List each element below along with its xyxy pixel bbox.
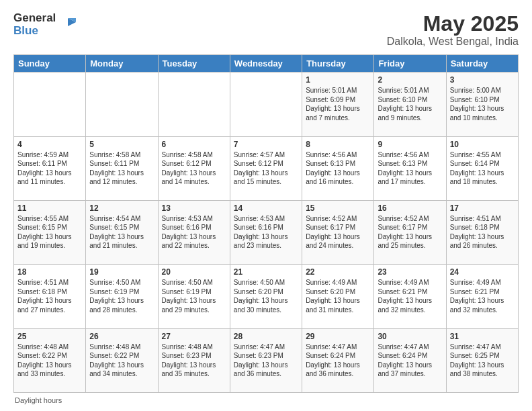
day-cell-0-6: 3Sunrise: 5:00 AM Sunset: 6:10 PM Daylig… bbox=[446, 73, 518, 136]
day-info: Sunrise: 4:49 AM Sunset: 6:21 PM Dayligh… bbox=[378, 278, 442, 314]
day-cell-1-1: 5Sunrise: 4:58 AM Sunset: 6:11 PM Daylig… bbox=[86, 136, 158, 200]
day-cell-0-0 bbox=[14, 73, 86, 136]
day-number: 27 bbox=[162, 332, 226, 341]
logo: General Blue bbox=[13, 12, 77, 37]
day-number: 7 bbox=[234, 140, 298, 149]
day-cell-4-0: 25Sunrise: 4:48 AM Sunset: 6:22 PM Dayli… bbox=[14, 328, 86, 392]
day-cell-2-6: 17Sunrise: 4:51 AM Sunset: 6:18 PM Dayli… bbox=[446, 200, 518, 264]
day-cell-1-0: 4Sunrise: 4:59 AM Sunset: 6:11 PM Daylig… bbox=[14, 136, 86, 200]
logo-general: General bbox=[13, 12, 56, 25]
week-row-1: 1Sunrise: 5:01 AM Sunset: 6:09 PM Daylig… bbox=[14, 73, 519, 136]
logo-flag-icon bbox=[58, 15, 77, 34]
day-info: Sunrise: 4:47 AM Sunset: 6:25 PM Dayligh… bbox=[450, 342, 515, 379]
day-cell-3-0: 18Sunrise: 4:51 AM Sunset: 6:18 PM Dayli… bbox=[14, 265, 86, 328]
day-cell-3-5: 23Sunrise: 4:49 AM Sunset: 6:21 PM Dayli… bbox=[374, 265, 446, 328]
header-saturday: Saturday bbox=[446, 55, 518, 73]
day-number: 1 bbox=[306, 75, 370, 85]
header-tuesday: Tuesday bbox=[158, 55, 230, 73]
header-monday: Monday bbox=[86, 55, 158, 73]
day-info: Sunrise: 4:55 AM Sunset: 6:14 PM Dayligh… bbox=[450, 150, 515, 187]
day-info: Sunrise: 4:53 AM Sunset: 6:16 PM Dayligh… bbox=[234, 214, 298, 250]
week-row-5: 25Sunrise: 4:48 AM Sunset: 6:22 PM Dayli… bbox=[14, 328, 519, 392]
day-info: Sunrise: 4:48 AM Sunset: 6:22 PM Dayligh… bbox=[17, 342, 82, 379]
day-number: 14 bbox=[234, 203, 298, 213]
day-cell-2-4: 15Sunrise: 4:52 AM Sunset: 6:17 PM Dayli… bbox=[302, 200, 374, 264]
day-cell-0-5: 2Sunrise: 5:01 AM Sunset: 6:10 PM Daylig… bbox=[374, 73, 446, 136]
header-friday: Friday bbox=[374, 55, 446, 73]
title-block: May 2025 Dalkola, West Bengal, India bbox=[387, 12, 519, 48]
day-cell-2-5: 16Sunrise: 4:52 AM Sunset: 6:17 PM Dayli… bbox=[374, 200, 446, 264]
day-number: 31 bbox=[450, 332, 515, 341]
day-number: 10 bbox=[450, 140, 515, 149]
day-number: 24 bbox=[450, 267, 515, 277]
day-number: 30 bbox=[378, 332, 442, 341]
day-number: 3 bbox=[450, 75, 515, 85]
day-info: Sunrise: 4:50 AM Sunset: 6:19 PM Dayligh… bbox=[89, 278, 154, 314]
week-row-3: 11Sunrise: 4:55 AM Sunset: 6:15 PM Dayli… bbox=[14, 200, 519, 264]
week-row-2: 4Sunrise: 4:59 AM Sunset: 6:11 PM Daylig… bbox=[14, 136, 519, 200]
logo-blue: Blue bbox=[13, 25, 56, 38]
day-info: Sunrise: 4:51 AM Sunset: 6:18 PM Dayligh… bbox=[450, 214, 515, 250]
day-info: Sunrise: 5:00 AM Sunset: 6:10 PM Dayligh… bbox=[450, 86, 515, 122]
day-number: 16 bbox=[378, 203, 442, 213]
day-cell-4-5: 30Sunrise: 4:47 AM Sunset: 6:24 PM Dayli… bbox=[374, 328, 446, 392]
day-number: 19 bbox=[89, 267, 154, 277]
day-info: Sunrise: 4:51 AM Sunset: 6:18 PM Dayligh… bbox=[17, 278, 82, 314]
day-number: 29 bbox=[306, 332, 370, 341]
day-cell-1-6: 10Sunrise: 4:55 AM Sunset: 6:14 PM Dayli… bbox=[446, 136, 518, 200]
day-info: Sunrise: 4:49 AM Sunset: 6:20 PM Dayligh… bbox=[306, 278, 370, 314]
day-cell-4-1: 26Sunrise: 4:48 AM Sunset: 6:22 PM Dayli… bbox=[86, 328, 158, 392]
day-number: 9 bbox=[378, 140, 442, 149]
day-cell-3-3: 21Sunrise: 4:50 AM Sunset: 6:20 PM Dayli… bbox=[230, 265, 302, 328]
day-info: Sunrise: 4:49 AM Sunset: 6:21 PM Dayligh… bbox=[450, 278, 515, 314]
day-number: 22 bbox=[306, 267, 370, 277]
day-cell-1-5: 9Sunrise: 4:56 AM Sunset: 6:13 PM Daylig… bbox=[374, 136, 446, 200]
day-info: Sunrise: 4:52 AM Sunset: 6:17 PM Dayligh… bbox=[378, 214, 442, 250]
header-wednesday: Wednesday bbox=[230, 55, 302, 73]
week-row-4: 18Sunrise: 4:51 AM Sunset: 6:18 PM Dayli… bbox=[14, 265, 519, 328]
day-number: 5 bbox=[89, 140, 154, 149]
day-number: 26 bbox=[89, 332, 154, 341]
day-cell-3-2: 20Sunrise: 4:50 AM Sunset: 6:19 PM Dayli… bbox=[158, 265, 230, 328]
day-cell-2-1: 12Sunrise: 4:54 AM Sunset: 6:15 PM Dayli… bbox=[86, 200, 158, 264]
day-info: Sunrise: 4:53 AM Sunset: 6:16 PM Dayligh… bbox=[162, 214, 226, 250]
day-cell-0-1 bbox=[86, 73, 158, 136]
day-number: 4 bbox=[17, 140, 82, 149]
day-cell-3-1: 19Sunrise: 4:50 AM Sunset: 6:19 PM Dayli… bbox=[86, 265, 158, 328]
day-cell-4-6: 31Sunrise: 4:47 AM Sunset: 6:25 PM Dayli… bbox=[446, 328, 518, 392]
day-cell-3-6: 24Sunrise: 4:49 AM Sunset: 6:21 PM Dayli… bbox=[446, 265, 518, 328]
day-cell-0-2 bbox=[158, 73, 230, 136]
calendar-table: SundayMondayTuesdayWednesdayThursdayFrid… bbox=[13, 54, 519, 393]
day-cell-0-3 bbox=[230, 73, 302, 136]
day-info: Sunrise: 4:47 AM Sunset: 6:24 PM Dayligh… bbox=[378, 342, 442, 379]
day-info: Sunrise: 4:50 AM Sunset: 6:19 PM Dayligh… bbox=[162, 278, 226, 314]
day-info: Sunrise: 4:54 AM Sunset: 6:15 PM Dayligh… bbox=[89, 214, 154, 250]
day-info: Sunrise: 4:50 AM Sunset: 6:20 PM Dayligh… bbox=[234, 278, 298, 314]
day-cell-2-0: 11Sunrise: 4:55 AM Sunset: 6:15 PM Dayli… bbox=[14, 200, 86, 264]
day-info: Sunrise: 4:58 AM Sunset: 6:12 PM Dayligh… bbox=[162, 150, 226, 187]
day-number: 2 bbox=[378, 75, 442, 85]
header: General Blue May 2025 Dalkola, West Beng… bbox=[13, 12, 519, 48]
day-number: 13 bbox=[162, 203, 226, 213]
day-number: 8 bbox=[306, 140, 370, 149]
footer-note: Daylight hours bbox=[13, 396, 519, 404]
day-cell-3-4: 22Sunrise: 4:49 AM Sunset: 6:20 PM Dayli… bbox=[302, 265, 374, 328]
day-cell-1-4: 8Sunrise: 4:56 AM Sunset: 6:13 PM Daylig… bbox=[302, 136, 374, 200]
day-number: 18 bbox=[17, 267, 82, 277]
header-row: SundayMondayTuesdayWednesdayThursdayFrid… bbox=[14, 55, 519, 73]
main-title: May 2025 bbox=[387, 12, 519, 36]
day-number: 6 bbox=[162, 140, 226, 149]
day-cell-4-3: 28Sunrise: 4:47 AM Sunset: 6:23 PM Dayli… bbox=[230, 328, 302, 392]
day-info: Sunrise: 4:48 AM Sunset: 6:23 PM Dayligh… bbox=[162, 342, 226, 379]
day-cell-4-4: 29Sunrise: 4:47 AM Sunset: 6:24 PM Dayli… bbox=[302, 328, 374, 392]
day-info: Sunrise: 4:47 AM Sunset: 6:23 PM Dayligh… bbox=[234, 342, 298, 379]
day-cell-1-3: 7Sunrise: 4:57 AM Sunset: 6:12 PM Daylig… bbox=[230, 136, 302, 200]
day-number: 21 bbox=[234, 267, 298, 277]
page: General Blue May 2025 Dalkola, West Beng… bbox=[0, 0, 532, 411]
day-info: Sunrise: 4:56 AM Sunset: 6:13 PM Dayligh… bbox=[378, 150, 442, 187]
day-info: Sunrise: 4:55 AM Sunset: 6:15 PM Dayligh… bbox=[17, 214, 82, 250]
header-thursday: Thursday bbox=[302, 55, 374, 73]
day-number: 28 bbox=[234, 332, 298, 341]
day-cell-2-2: 13Sunrise: 4:53 AM Sunset: 6:16 PM Dayli… bbox=[158, 200, 230, 264]
day-number: 20 bbox=[162, 267, 226, 277]
